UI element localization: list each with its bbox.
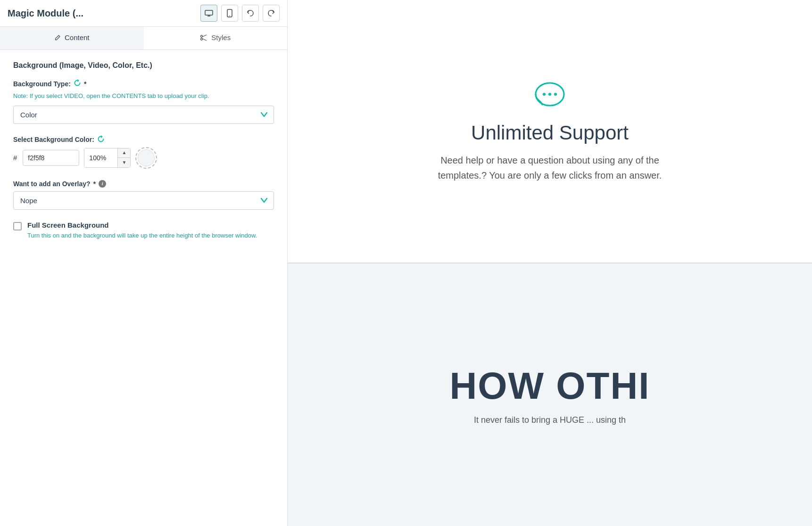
svg-line-7 (203, 35, 207, 37)
opacity-input[interactable] (84, 148, 117, 167)
svg-point-12 (554, 93, 557, 96)
undo-icon (247, 10, 254, 16)
svg-point-5 (201, 35, 203, 37)
right-panel: Unlimited Support Need help or have a qu… (288, 0, 812, 526)
redo-button[interactable] (263, 5, 280, 22)
fullscreen-row: Full Screen Background Turn this on and … (13, 221, 274, 241)
color-circle-preview (138, 149, 155, 166)
redo-icon (267, 10, 275, 16)
opacity-wrapper: ▲ ▼ (84, 148, 131, 168)
overlay-select[interactable]: Nope Yes (13, 191, 274, 210)
svg-point-11 (548, 93, 551, 96)
preview-top: Unlimited Support Need help or have a qu… (288, 0, 812, 263)
refresh-icon-bg-type[interactable] (74, 79, 81, 89)
panel-content: Background (Image, Video, Color, Etc.) B… (0, 50, 287, 526)
background-type-note: Note: If you select VIDEO, open the CONT… (13, 91, 274, 101)
overlay-label: Want to add an Overlay? * i (13, 180, 274, 188)
opacity-up-button[interactable]: ▲ (118, 148, 130, 158)
opacity-down-button[interactable]: ▼ (118, 158, 130, 167)
background-type-select[interactable]: Color Image Video (13, 106, 274, 124)
preview-bottom: HOW OTHI It never fails to bring a HUGE … (288, 263, 812, 526)
section-title: Background (Image, Video, Color, Etc.) (13, 61, 274, 70)
background-type-select-wrapper: Color Image Video (13, 106, 274, 124)
fullscreen-checkbox[interactable] (13, 222, 22, 230)
desktop-view-button[interactable] (200, 5, 217, 22)
preview-title: Unlimited Support (471, 122, 629, 144)
tab-styles[interactable]: Styles (144, 27, 288, 49)
chat-bubble-icon (533, 80, 567, 110)
mobile-view-button[interactable] (221, 5, 238, 22)
fullscreen-label: Full Screen Background (27, 221, 257, 229)
background-type-label: Background Type: * (13, 79, 274, 89)
stepper-buttons: ▲ ▼ (117, 148, 130, 167)
svg-point-6 (201, 38, 203, 40)
big-heading: HOW OTHI (450, 364, 650, 408)
mobile-icon (227, 9, 232, 17)
color-circle-wrapper[interactable] (135, 147, 157, 169)
hash-symbol: # (13, 154, 17, 162)
fullscreen-text: Full Screen Background Turn this on and … (27, 221, 257, 241)
preview-description: Need help or have a question about using… (432, 153, 668, 183)
overlay-section: Want to add an Overlay? * i Nope Yes (13, 180, 274, 210)
color-hex-input[interactable]: f2f5f8 (23, 150, 79, 166)
module-title: Magic Module (... (8, 8, 197, 19)
desktop-icon (205, 10, 213, 16)
overlay-info-icon[interactable]: i (99, 180, 106, 188)
background-color-label: Select Background Color: (13, 135, 274, 144)
svg-point-4 (229, 16, 230, 16)
big-description: It never fails to bring a HUGE ... using… (474, 415, 626, 425)
tabs-row: Content Styles (0, 27, 287, 50)
refresh-icon-bg-color[interactable] (97, 135, 105, 144)
color-row: # f2f5f8 ▲ ▼ (13, 147, 274, 169)
pencil-icon (54, 34, 61, 41)
left-panel: Magic Module (... (0, 0, 288, 526)
fullscreen-note: Turn this on and the background will tak… (27, 231, 257, 241)
svg-point-10 (543, 93, 546, 96)
scissors-icon (200, 34, 207, 41)
svg-rect-0 (205, 10, 213, 15)
chat-icon-wrapper (533, 80, 567, 112)
overlay-select-wrapper: Nope Yes (13, 191, 274, 210)
undo-button[interactable] (242, 5, 259, 22)
tab-content[interactable]: Content (0, 27, 144, 49)
svg-line-8 (203, 39, 207, 41)
header-bar: Magic Module (... (0, 0, 287, 27)
